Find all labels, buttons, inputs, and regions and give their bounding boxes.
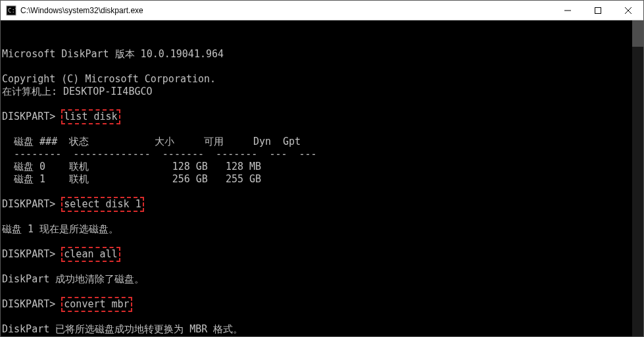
- scrollbar[interactable]: [632, 20, 643, 336]
- terminal-content: Microsoft DiskPart 版本 10.0.19041.964 Cop…: [2, 36, 642, 336]
- table-row: 磁盘 0 联机 128 GB 128 MB: [2, 161, 261, 172]
- svg-rect-3: [595, 7, 601, 13]
- titlebar[interactable]: C:\ C:\Windows\system32\diskpart.exe: [1, 1, 643, 20]
- app-window: C:\ C:\Windows\system32\diskpart.exe Mic…: [0, 0, 644, 337]
- cmd-list-disk: list disk: [61, 109, 120, 124]
- prompt: DISKPART>: [2, 298, 61, 310]
- minimize-button[interactable]: [553, 1, 583, 20]
- msg-convert: DiskPart 已将所选磁盘成功地转更换为 MBR 格式。: [2, 323, 243, 335]
- maximize-button[interactable]: [583, 1, 613, 20]
- msg-select: 磁盘 1 现在是所选磁盘。: [2, 223, 118, 235]
- cmd-select-disk: select disk 1: [61, 197, 143, 212]
- close-button[interactable]: [613, 1, 643, 20]
- svg-text:C:\: C:\: [8, 7, 16, 14]
- cmd-convert-mbr: convert mbr: [61, 297, 132, 312]
- app-icon: C:\: [6, 5, 16, 16]
- window-title: C:\Windows\system32\diskpart.exe: [20, 6, 553, 15]
- titlebar-buttons: [553, 1, 643, 20]
- cmd-clean-all: clean all: [61, 247, 120, 262]
- table-header: 磁盘 ### 状态 大小 可用 Dyn Gpt: [2, 136, 301, 147]
- terminal-area[interactable]: Microsoft DiskPart 版本 10.0.19041.964 Cop…: [1, 20, 643, 336]
- msg-clean: DiskPart 成功地清除了磁盘。: [2, 273, 144, 285]
- computer-line: 在计算机上: DESKTOP-II4BGCO: [2, 86, 153, 97]
- diskpart-version: Microsoft DiskPart 版本 10.0.19041.964: [2, 48, 224, 60]
- prompt: DISKPART>: [2, 198, 61, 210]
- table-divider: -------- ------------- ------- ------- -…: [2, 148, 317, 160]
- prompt: DISKPART>: [2, 111, 61, 122]
- scrollbar-thumb[interactable]: [632, 20, 643, 47]
- prompt: DISKPART>: [2, 248, 61, 260]
- table-row: 磁盘 1 联机 256 GB 255 GB: [2, 173, 261, 185]
- copyright-line: Copyright (C) Microsoft Corporation.: [2, 73, 216, 85]
